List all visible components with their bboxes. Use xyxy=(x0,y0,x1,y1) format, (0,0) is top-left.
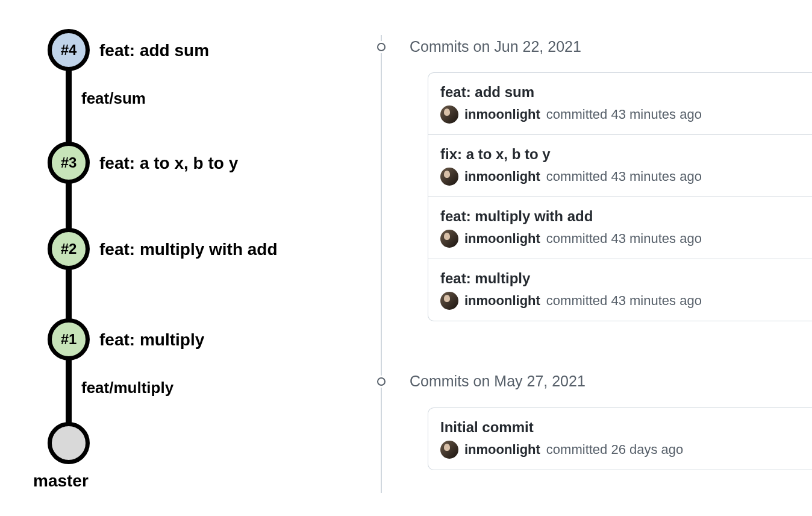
commit-node-2: #2 xyxy=(48,228,90,270)
commit-author[interactable]: inmoonlight xyxy=(464,293,540,309)
commit-title: Initial commit xyxy=(440,419,800,436)
master-label: master xyxy=(33,471,89,491)
commit-item[interactable]: feat: add sum inmoonlight committed 43 m… xyxy=(428,73,812,135)
commit-title: feat: multiply xyxy=(440,270,800,287)
commit-item[interactable]: feat: multiply inmoonlight committed 43 … xyxy=(428,259,812,321)
commit-node-id: #2 xyxy=(61,241,77,257)
commit-author[interactable]: inmoonlight xyxy=(464,231,540,247)
commit-node-id: #1 xyxy=(61,331,77,348)
commit-node-label: feat: multiply with add xyxy=(99,240,278,259)
branch-diagram: #4 feat: add sum feat/sum #3 feat: a to … xyxy=(33,24,346,494)
timeline-marker-icon xyxy=(375,41,387,53)
commit-author[interactable]: inmoonlight xyxy=(464,107,540,122)
commit-timeline: Commits on Jun 22, 2021 feat: add sum in… xyxy=(367,35,812,516)
commit-meta: inmoonlight committed 43 minutes ago xyxy=(440,105,800,124)
commit-time: committed 43 minutes ago xyxy=(546,293,702,309)
commit-node-id: #4 xyxy=(61,42,77,58)
commit-time: committed 26 days ago xyxy=(546,442,683,458)
commit-group: Initial commit inmoonlight committed 26 … xyxy=(428,407,812,470)
commit-item[interactable]: feat: multiply with add inmoonlight comm… xyxy=(428,197,812,259)
commit-node-label: feat: a to x, b to y xyxy=(99,154,238,173)
commit-meta: inmoonlight committed 43 minutes ago xyxy=(440,292,800,310)
commit-group-date: Commits on May 27, 2021 xyxy=(410,373,586,390)
avatar[interactable] xyxy=(440,292,458,310)
commit-node-label: feat: add sum xyxy=(99,41,209,60)
commit-author[interactable]: inmoonlight xyxy=(464,442,540,458)
commit-author[interactable]: inmoonlight xyxy=(464,169,540,184)
commit-title: feat: multiply with add xyxy=(440,208,800,225)
commit-time: committed 43 minutes ago xyxy=(546,231,702,247)
avatar[interactable] xyxy=(440,230,458,248)
avatar[interactable] xyxy=(440,441,458,459)
commit-meta: inmoonlight committed 43 minutes ago xyxy=(440,230,800,248)
commit-node-master xyxy=(48,422,90,464)
commit-node-id: #3 xyxy=(61,154,77,171)
branch-label-sum: feat/sum xyxy=(81,89,146,108)
commit-node-label: feat: multiply xyxy=(99,330,204,350)
commit-group: feat: add sum inmoonlight committed 43 m… xyxy=(428,72,812,321)
avatar[interactable] xyxy=(440,168,458,186)
commit-node-1: #1 xyxy=(48,318,90,360)
timeline-marker-icon xyxy=(375,376,387,388)
commit-meta: inmoonlight committed 26 days ago xyxy=(440,441,800,459)
commit-group-date: Commits on Jun 22, 2021 xyxy=(410,38,581,55)
commit-node-4: #4 xyxy=(48,29,90,71)
branch-label-multiply: feat/multiply xyxy=(81,379,173,397)
commit-title: fix: a to x, b to y xyxy=(440,146,800,163)
avatar[interactable] xyxy=(440,105,458,124)
commit-title: feat: add sum xyxy=(440,84,800,101)
commit-time: committed 43 minutes ago xyxy=(546,169,702,184)
commit-meta: inmoonlight committed 43 minutes ago xyxy=(440,168,800,186)
commit-node-3: #3 xyxy=(48,142,90,184)
commit-time: committed 43 minutes ago xyxy=(546,107,702,122)
commit-item[interactable]: Initial commit inmoonlight committed 26 … xyxy=(428,408,812,470)
timeline-line xyxy=(381,35,382,493)
commit-item[interactable]: fix: a to x, b to y inmoonlight committe… xyxy=(428,135,812,197)
